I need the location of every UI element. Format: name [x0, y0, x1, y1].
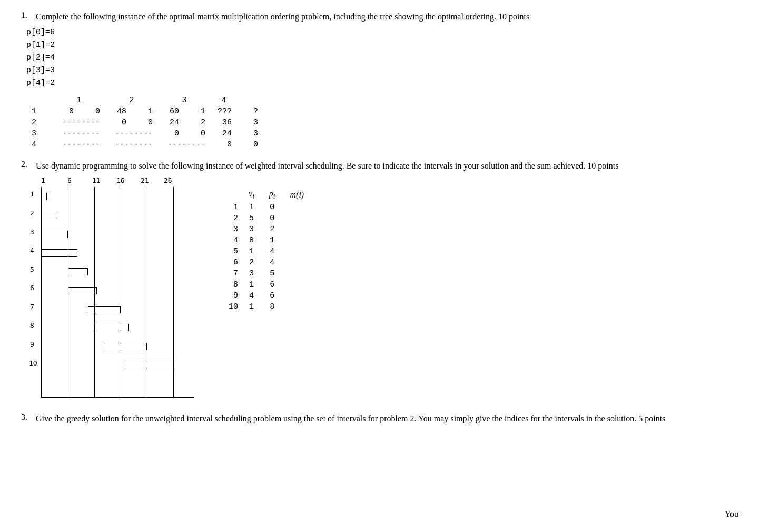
- cell-2-4a: 36: [211, 117, 237, 128]
- interval-pi-8: 6: [262, 279, 283, 290]
- row-label-2: 2: [26, 117, 53, 128]
- problem-3-text: Give the greedy solution for the unweigh…: [36, 412, 749, 425]
- interval-vi-5: 1: [241, 246, 262, 257]
- interval-idx-6: 6: [221, 257, 241, 268]
- col-header-1: 1: [53, 95, 105, 106]
- interval-pi-9: 6: [262, 290, 283, 301]
- cell-2-4b: 3: [237, 117, 263, 128]
- param-2: p[2]=4: [26, 52, 749, 64]
- vline-150: [121, 187, 121, 397]
- cell-4-dash2: --------: [105, 139, 158, 150]
- cell-2-3a: 24: [158, 117, 184, 128]
- matrix-section: 1 2 3 4 1 0 0 48 1 60 1 ??? ? 2 --------…: [26, 95, 749, 150]
- problem-1-text: Complete the following instance of the o…: [36, 11, 749, 23]
- you-label: You: [725, 509, 738, 519]
- interval-vi-6: 2: [241, 257, 262, 268]
- param-0: p[0]=6: [26, 26, 749, 39]
- interval-pi-1: 0: [262, 202, 283, 213]
- interval-row-2: 2 5 0: [221, 213, 311, 224]
- cell-4-dash3: --------: [158, 139, 211, 150]
- col-header-4: 4: [211, 95, 237, 106]
- cell-1-4b: ?: [237, 106, 263, 117]
- interval-bar-9: [105, 343, 147, 350]
- th-blank: [221, 188, 241, 202]
- problem-2-number: 2.: [21, 160, 36, 169]
- interval-pi-3: 2: [262, 224, 283, 235]
- row-y-4: 4: [30, 247, 34, 254]
- interval-idx-4: 4: [221, 235, 241, 246]
- matrix-row-4: 4 -------- -------- -------- 0 0: [26, 139, 263, 150]
- cell-3-dash2: --------: [105, 128, 158, 139]
- interval-vi-3: 3: [241, 224, 262, 235]
- matrix-row-1: 1 0 0 48 1 60 1 ??? ?: [26, 106, 263, 117]
- param-3: p[3]=3: [26, 64, 749, 77]
- interval-table-header: vi pi m(i): [221, 188, 311, 202]
- interval-idx-7: 7: [221, 268, 241, 279]
- cell-3-4a: 24: [211, 128, 237, 139]
- th-mi: m(i): [283, 188, 312, 202]
- interval-vi-1: 1: [241, 202, 262, 213]
- problem-3-number: 3.: [21, 412, 36, 422]
- interval-mi-2: [283, 213, 312, 224]
- interval-row-5: 5 1 4: [221, 246, 311, 257]
- problem-2-text: Use dynamic programming to solve the fol…: [36, 160, 749, 172]
- problem-1-number: 1.: [21, 11, 36, 20]
- interval-bar-1: [42, 193, 47, 200]
- interval-mi-1: [283, 202, 312, 213]
- chart-area: 1 2 3 4 5 6 7 8 9 10: [41, 187, 194, 398]
- interval-row-7: 7 3 5: [221, 268, 311, 279]
- interval-row-8: 8 1 6: [221, 279, 311, 290]
- row-label-1: 1: [26, 106, 53, 117]
- interval-data-table-wrap: vi pi m(i) 1 1 0 2 5 0 3: [221, 188, 311, 312]
- cell-2-dash1: --------: [53, 117, 105, 128]
- interval-bar-2: [42, 212, 57, 219]
- interval-idx-10: 10: [221, 301, 241, 312]
- matrix-row-3: 3 -------- -------- 0 0 24 3: [26, 128, 263, 139]
- cell-2-2b: 0: [132, 117, 158, 128]
- row-y-7: 7: [30, 303, 34, 311]
- interval-pi-7: 5: [262, 268, 283, 279]
- cell-1-1a: 0: [53, 106, 79, 117]
- interval-idx-2: 2: [221, 213, 241, 224]
- x-label-16: 16: [116, 176, 125, 184]
- interval-pi-10: 8: [262, 301, 283, 312]
- interval-vi-4: 8: [241, 235, 262, 246]
- interval-bar-5: [68, 268, 88, 275]
- interval-bar-10: [126, 362, 173, 369]
- interval-data-table: vi pi m(i) 1 1 0 2 5 0 3: [221, 188, 311, 312]
- interval-mi-4: [283, 235, 312, 246]
- interval-vi-10: 1: [241, 301, 262, 312]
- problem-1: 1. Complete the following instance of th…: [21, 11, 749, 150]
- interval-vi-2: 5: [241, 213, 262, 224]
- row-y-10: 10: [29, 359, 37, 367]
- row-label-3: 3: [26, 128, 53, 139]
- interval-idx-8: 8: [221, 279, 241, 290]
- cell-3-3b: 0: [184, 128, 211, 139]
- cell-4-4a: 0: [211, 139, 237, 150]
- interval-pi-6: 4: [262, 257, 283, 268]
- row-y-2: 2: [30, 209, 34, 217]
- interval-bar-8: [94, 324, 129, 331]
- interval-row-6: 6 2 4: [221, 257, 311, 268]
- interval-mi-10: [283, 301, 312, 312]
- matrix-row-2: 2 -------- 0 0 24 2 36 3: [26, 117, 263, 128]
- cell-2-3b: 2: [184, 117, 211, 128]
- cell-1-2b: 1: [132, 106, 158, 117]
- interval-vi-7: 3: [241, 268, 262, 279]
- param-4: p[4]=2: [26, 77, 749, 90]
- interval-mi-8: [283, 279, 312, 290]
- x-label-1: 1: [41, 176, 45, 184]
- problem-3: 3. Give the greedy solution for the unwe…: [21, 412, 749, 425]
- interval-idx-9: 9: [221, 290, 241, 301]
- row-y-8: 8: [30, 321, 34, 329]
- interval-row-10: 10 1 8: [221, 301, 311, 312]
- interval-row-9: 9 4 6: [221, 290, 311, 301]
- problem-2: 2. Use dynamic programming to solve the …: [21, 160, 749, 403]
- col-header-2: 2: [105, 95, 158, 106]
- x-label-21: 21: [141, 176, 149, 184]
- interval-vi-8: 1: [241, 279, 262, 290]
- cell-1-2a: 48: [105, 106, 132, 117]
- cell-1-3b: 1: [184, 106, 211, 117]
- row-label-4: 4: [26, 139, 53, 150]
- cell-3-dash1: --------: [53, 128, 105, 139]
